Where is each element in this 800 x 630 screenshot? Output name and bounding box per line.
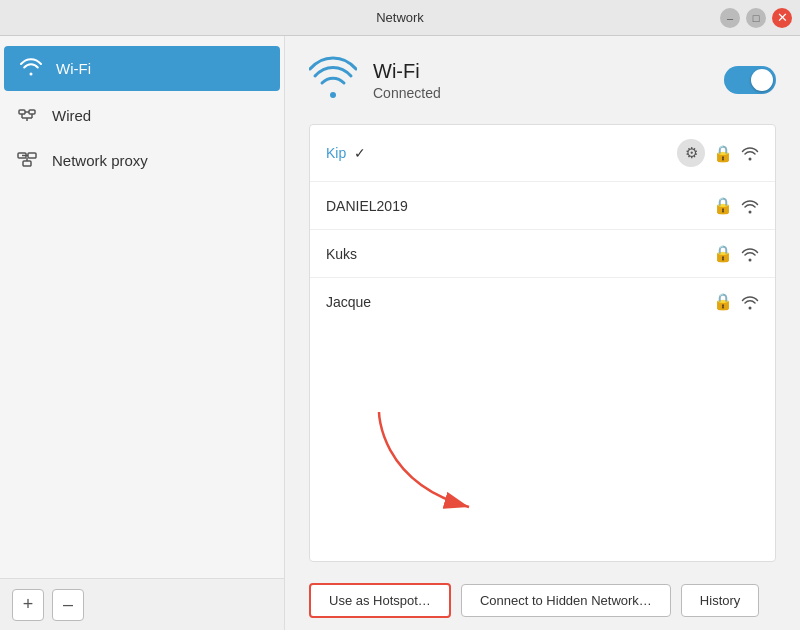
network-icons-kuks: 🔒 — [713, 244, 759, 263]
sidebar-item-wifi[interactable]: Wi-Fi — [4, 46, 280, 91]
wifi-large-icon — [309, 56, 357, 104]
minimize-button[interactable]: – — [720, 8, 740, 28]
maximize-button[interactable]: □ — [746, 8, 766, 28]
network-item-daniel2019[interactable]: DANIEL2019 🔒 — [310, 182, 775, 230]
wifi-signal-icon — [741, 144, 759, 162]
network-item-jacque[interactable]: Jacque 🔒 — [310, 278, 775, 325]
network-icons-daniel2019: 🔒 — [713, 196, 759, 215]
sidebar-item-wired[interactable]: Wired — [0, 93, 284, 138]
network-list-wrapper: Kip ✓ ⚙ 🔒 — [309, 124, 776, 578]
network-item-kip[interactable]: Kip ✓ ⚙ 🔒 — [310, 125, 775, 182]
lock-icon: 🔒 — [713, 196, 733, 215]
lock-icon: 🔒 — [713, 292, 733, 311]
sidebar-item-wifi-label: Wi-Fi — [56, 60, 91, 77]
wifi-toggle[interactable] — [724, 66, 776, 94]
proxy-icon — [16, 148, 38, 173]
titlebar: Network – □ ✕ — [0, 0, 800, 36]
lock-icon: 🔒 — [713, 244, 733, 263]
network-name-daniel2019: DANIEL2019 — [326, 198, 713, 214]
hidden-network-button[interactable]: Connect to Hidden Network… — [461, 584, 671, 617]
hotspot-button[interactable]: Use as Hotspot… — [309, 583, 451, 618]
content-title: Wi-Fi — [373, 60, 441, 83]
network-name-kip: Kip ✓ — [326, 145, 677, 161]
connected-checkmark: ✓ — [354, 145, 366, 161]
wifi-signal-icon — [741, 245, 759, 263]
sidebar-item-proxy-label: Network proxy — [52, 152, 148, 169]
wired-icon — [16, 103, 38, 128]
content-footer: Use as Hotspot… Connect to Hidden Networ… — [309, 578, 776, 630]
content-subtitle: Connected — [373, 85, 441, 101]
content-area: Wi-Fi Connected Kip ✓ ⚙ 🔒 — [285, 36, 800, 630]
svg-rect-9 — [23, 161, 31, 166]
svg-rect-1 — [29, 110, 35, 114]
network-list: Kip ✓ ⚙ 🔒 — [309, 124, 776, 562]
svg-rect-8 — [28, 153, 36, 158]
wifi-icon — [20, 56, 42, 81]
wifi-signal-icon — [741, 293, 759, 311]
network-icons-kip: ⚙ 🔒 — [677, 139, 759, 167]
network-name-kuks: Kuks — [326, 246, 713, 262]
network-icons-jacque: 🔒 — [713, 292, 759, 311]
sidebar-item-wired-label: Wired — [52, 107, 91, 124]
window-title: Network — [376, 10, 424, 25]
add-button[interactable]: + — [12, 589, 44, 621]
close-button[interactable]: ✕ — [772, 8, 792, 28]
wifi-signal-icon — [741, 197, 759, 215]
gear-icon[interactable]: ⚙ — [677, 139, 705, 167]
history-button[interactable]: History — [681, 584, 759, 617]
lock-icon: 🔒 — [713, 144, 733, 163]
main-container: Wi-Fi Wired — [0, 36, 800, 630]
content-header-left: Wi-Fi Connected — [309, 56, 441, 104]
window-controls: – □ ✕ — [720, 8, 792, 28]
sidebar-footer: + – — [0, 578, 284, 630]
sidebar-item-network-proxy[interactable]: Network proxy — [0, 138, 284, 183]
remove-button[interactable]: – — [52, 589, 84, 621]
content-header: Wi-Fi Connected — [309, 56, 776, 104]
network-name-jacque: Jacque — [326, 294, 713, 310]
sidebar: Wi-Fi Wired — [0, 36, 285, 630]
sidebar-items: Wi-Fi Wired — [0, 36, 284, 578]
network-item-kuks[interactable]: Kuks 🔒 — [310, 230, 775, 278]
content-title-group: Wi-Fi Connected — [373, 60, 441, 101]
svg-rect-0 — [19, 110, 25, 114]
